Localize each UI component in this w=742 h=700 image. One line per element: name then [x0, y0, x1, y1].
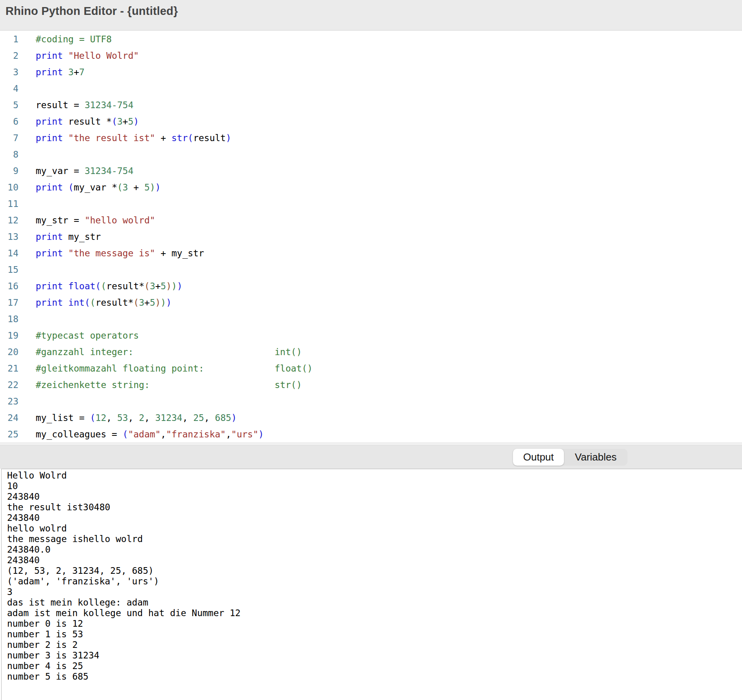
output-line: 243840	[7, 491, 738, 502]
output-line: (12, 53, 2, 31234, 25, 685)	[7, 566, 738, 576]
code-token-paren1: (	[90, 413, 95, 423]
code-text: #zeichenkette string: str()	[36, 377, 302, 393]
code-token-plain: ,	[226, 429, 231, 439]
code-line[interactable]: 20#ganzzahl integer: int()	[0, 344, 742, 360]
code-token-number: 3	[139, 297, 144, 308]
output-line: ('adam', 'franziska', 'urs')	[7, 576, 738, 587]
line-number: 21	[0, 360, 18, 377]
code-line[interactable]: 14print "the message is" + my_str	[0, 245, 742, 261]
code-token-paren1: )	[258, 429, 264, 439]
code-line[interactable]: 22#zeichenkette string: str()	[0, 377, 742, 393]
code-line[interactable]: 24my_list = (12, 53, 2, 31234, 25, 685)	[0, 410, 742, 426]
code-token-comment: #gleitkommazahl floating point: float()	[36, 363, 313, 374]
code-token-number: 5	[161, 281, 166, 291]
output-line: 10	[7, 481, 738, 491]
code-line[interactable]: 10print (my_var *(3 + 5))	[0, 179, 742, 196]
code-token-number: 5	[150, 297, 155, 308]
code-token-comment: #coding = UTF8	[36, 34, 112, 44]
code-line[interactable]: 7print "the result ist" + str(result)	[0, 130, 742, 146]
line-number: 14	[0, 245, 18, 261]
code-line[interactable]: 1#coding = UTF8	[0, 31, 742, 47]
line-number: 13	[0, 228, 18, 245]
code-text: print int((result*(3+5)))	[36, 294, 171, 311]
code-token-keyword: print	[36, 248, 63, 258]
code-line[interactable]: 11	[0, 196, 742, 212]
code-token-keyword: str	[171, 133, 188, 143]
code-text: print 3+7	[36, 64, 85, 80]
code-text: my_str = "hello wolrd"	[36, 212, 155, 228]
code-token-keyword: print	[36, 297, 63, 308]
code-token-keyword: print	[36, 133, 63, 143]
code-token-plain	[63, 133, 68, 143]
code-token-keyword: print	[36, 281, 63, 291]
code-token-number: 5	[144, 182, 150, 192]
output-panel[interactable]: Hello Wolrd10243840the result ist3048024…	[1, 469, 742, 700]
code-token-plain: my_colleagues =	[36, 429, 123, 439]
code-line[interactable]: 21#gleitkommazahl floating point: float(…	[0, 360, 742, 377]
code-token-paren1: (	[85, 297, 90, 308]
app-window: Rhino Python Editor - {untitled} 1#codin…	[0, 0, 742, 700]
code-token-number: 3	[68, 67, 74, 77]
code-line[interactable]: 17print int((result*(3+5)))	[0, 294, 742, 311]
code-token-plain	[63, 67, 68, 77]
code-token-plain: ,	[106, 413, 117, 423]
code-token-paren3: (	[133, 297, 139, 308]
code-line[interactable]: 8	[0, 146, 742, 163]
code-line[interactable]: 2print "Hello Wolrd"	[0, 47, 742, 64]
code-token-plain: +	[74, 67, 79, 77]
code-token-keyword: print	[36, 67, 63, 77]
code-editor[interactable]: 1#coding = UTF82print "Hello Wolrd"3prin…	[0, 31, 742, 442]
line-number: 25	[0, 426, 18, 442]
code-token-string: "Hello Wolrd"	[68, 51, 139, 61]
code-token-plain: result *	[63, 116, 112, 127]
code-token-number: 31234	[155, 413, 182, 423]
code-text: #gleitkommazahl floating point: float()	[36, 360, 313, 377]
code-line[interactable]: 15	[0, 261, 742, 278]
line-number: 17	[0, 294, 18, 311]
code-token-keyword: print	[36, 51, 63, 61]
code-token-string: "urs"	[231, 429, 258, 439]
code-token-number: 5	[128, 116, 133, 127]
code-token-comment: #zeichenkette string: str()	[36, 380, 302, 390]
output-line: the result ist30480	[7, 502, 738, 513]
code-line[interactable]: 5result = 31234-754	[0, 97, 742, 113]
tab-variables[interactable]: Variables	[564, 449, 627, 466]
code-token-keyword: float	[68, 281, 95, 291]
code-text: #coding = UTF8	[36, 31, 112, 47]
tab-output[interactable]: Output	[513, 449, 564, 466]
code-token-number: 31234-754	[85, 100, 134, 110]
output-line: Hello Wolrd	[7, 470, 738, 481]
output-line: the message ishello wolrd	[7, 534, 738, 544]
code-token-keyword: print	[36, 182, 63, 192]
code-text: #ganzzahl integer: int()	[36, 344, 302, 360]
code-token-plain: ,	[144, 413, 155, 423]
code-line[interactable]: 6print result *(3+5)	[0, 113, 742, 130]
code-line[interactable]: 18	[0, 311, 742, 327]
code-line[interactable]: 19#typecast operators	[0, 327, 742, 344]
code-token-plain: ,	[161, 429, 166, 439]
code-line[interactable]: 12my_str = "hello wolrd"	[0, 212, 742, 228]
code-line[interactable]: 9my_var = 31234-754	[0, 163, 742, 179]
output-line: das ist mein kollege: adam	[7, 597, 738, 608]
code-token-plain: result*	[106, 281, 144, 291]
output-line: number 2 is 2	[7, 640, 738, 650]
code-token-number: 31234-754	[85, 166, 134, 176]
output-line: hello wolrd	[7, 523, 738, 534]
code-token-number: 3	[123, 182, 128, 192]
code-token-plain: +	[155, 133, 172, 143]
code-line[interactable]: 13print my_str	[0, 228, 742, 245]
code-line[interactable]: 23	[0, 393, 742, 410]
code-line[interactable]: 16print float((result*(3+5)))	[0, 278, 742, 294]
panel-tabs: Output Variables	[513, 449, 627, 466]
code-line[interactable]: 4	[0, 80, 742, 97]
line-number: 7	[0, 130, 18, 146]
code-token-number: 12	[95, 413, 106, 423]
code-line[interactable]: 25my_colleagues = ("adam","franziska","u…	[0, 426, 742, 442]
code-token-plain: +	[155, 281, 161, 291]
code-token-plain: ,	[182, 413, 193, 423]
code-line[interactable]: 3print 3+7	[0, 64, 742, 80]
code-token-plain	[63, 51, 68, 61]
code-token-paren2: )	[150, 182, 155, 192]
code-token-paren2: )	[161, 297, 166, 308]
output-line: 243840	[7, 513, 738, 523]
